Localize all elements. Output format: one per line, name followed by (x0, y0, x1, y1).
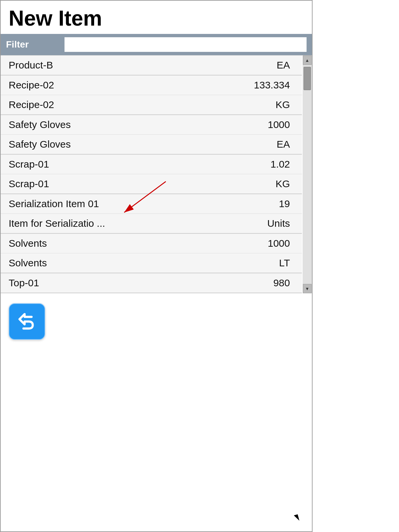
list-item[interactable]: Recipe-02 KG (1, 95, 302, 114)
list-item[interactable]: Scrap-01 KG (1, 174, 302, 194)
list-item[interactable]: Scrap-01 1.02 (1, 155, 302, 174)
group-safety-gloves: Safety Gloves 1000 Safety Gloves EA (1, 115, 302, 155)
back-icon (15, 310, 39, 333)
list-item-serialization-01[interactable]: Serialization Item 01 19 (1, 194, 302, 214)
group-serialization-item-01: Serialization Item 01 19 Item for Serial… (1, 194, 302, 234)
scroll-thumb[interactable] (304, 67, 311, 90)
group-solvents: Solvents 1000 Solvents LT (1, 234, 302, 273)
filter-bar: Filter (1, 34, 312, 56)
group-scrap-01: Scrap-01 1.02 Scrap-01 KG (1, 155, 302, 194)
group-recipe-02: Recipe-02 133.334 Recipe-02 KG (1, 75, 302, 115)
page-title: New Item (1, 1, 312, 34)
scroll-up-button[interactable]: ▲ (303, 56, 312, 65)
list-item[interactable]: Recipe-02 133.334 (1, 75, 302, 95)
list-item[interactable]: Solvents LT (1, 253, 302, 273)
group-top-01: Top-01 980 (1, 273, 302, 293)
back-button-area (1, 293, 312, 350)
filter-input[interactable] (65, 37, 307, 52)
scroll-down-button[interactable]: ▼ (303, 284, 312, 293)
scrollbar: ▲ ▼ (303, 56, 312, 293)
list-item[interactable]: Safety Gloves EA (1, 135, 302, 154)
item-list: Product-B EA Recipe-02 133.334 Recipe-02… (1, 56, 312, 293)
group-product-b: Product-B EA (1, 56, 302, 75)
main-content: Product-B EA Recipe-02 133.334 Recipe-02… (1, 56, 312, 293)
list-item-serialization-01-unit[interactable]: Item for Serializatio ... Units (1, 214, 302, 233)
list-item[interactable]: Top-01 980 (1, 273, 302, 293)
list-item[interactable]: Safety Gloves 1000 (1, 115, 302, 135)
list-item[interactable]: Solvents 1000 (1, 234, 302, 253)
back-button[interactable] (9, 303, 45, 340)
filter-label: Filter (6, 39, 59, 50)
cursor-indicator (294, 514, 300, 522)
list-item[interactable]: Product-B EA (1, 56, 302, 75)
